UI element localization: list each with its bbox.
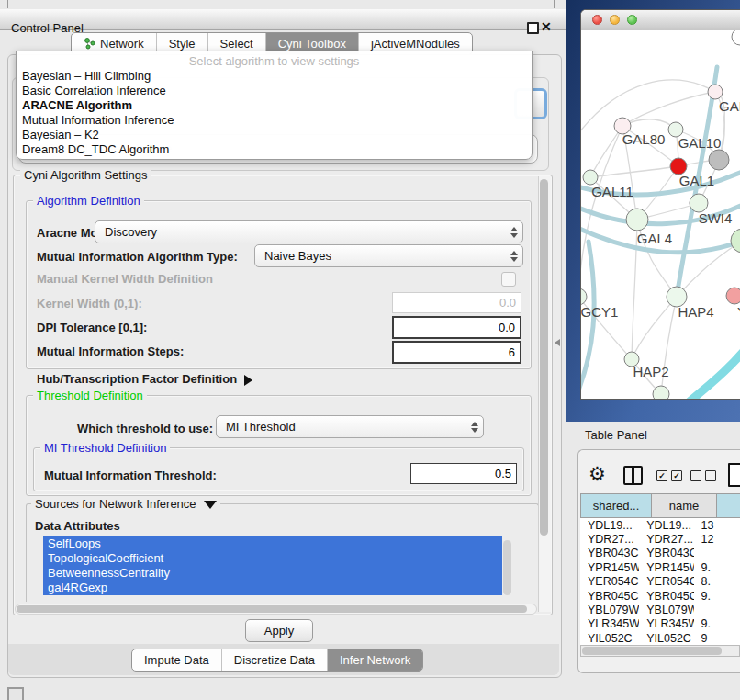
attributes-scrollbar-thumb[interactable] bbox=[503, 540, 511, 595]
table-cell: 9. bbox=[694, 590, 740, 603]
table-cell: YBR045C bbox=[639, 590, 693, 603]
table-cell: 8. bbox=[694, 575, 740, 588]
export-table-icon[interactable] bbox=[728, 463, 740, 487]
table-row[interactable]: YLR345WYLR345W9. bbox=[580, 617, 740, 631]
minimize-traffic-light-icon[interactable] bbox=[610, 15, 620, 25]
column-header-2[interactable] bbox=[716, 493, 740, 518]
column-header-name[interactable]: name bbox=[651, 493, 716, 518]
network-node[interactable] bbox=[731, 229, 740, 253]
table-row[interactable]: YER054CYER054C8. bbox=[580, 575, 740, 589]
table-cell: YDR27... bbox=[580, 533, 639, 546]
mi-type-combo[interactable]: Naive Bayes bbox=[254, 244, 523, 267]
table-cell: YLR345W bbox=[639, 617, 693, 630]
node-label: GAL1 bbox=[679, 173, 714, 188]
table-cell: YBL079W bbox=[580, 604, 639, 616]
algorithm-option-bayesian-k2[interactable]: Bayesian – K2 bbox=[17, 128, 532, 142]
network-node-gcy1[interactable] bbox=[581, 288, 587, 305]
network-node[interactable] bbox=[732, 30, 740, 45]
network-icon bbox=[84, 38, 95, 50]
columns-icon[interactable] bbox=[623, 466, 643, 485]
close-traffic-light-icon[interactable] bbox=[592, 15, 602, 25]
table-row[interactable]: YBR045CYBR045C9. bbox=[580, 589, 740, 603]
manual-kernel-checkbox[interactable] bbox=[501, 272, 516, 287]
table-cell: YBL079W bbox=[639, 604, 693, 616]
expand-arrow-icon[interactable] bbox=[244, 375, 252, 386]
attribute-item-gal4rgexp[interactable]: gal4RGexp bbox=[43, 581, 502, 595]
tab-label: Infer Network bbox=[340, 653, 410, 667]
data-attributes-label: Data Attributes bbox=[35, 519, 120, 533]
table-cell: 9. bbox=[694, 561, 740, 574]
tab-infer-network[interactable]: Infer Network bbox=[328, 649, 422, 671]
table-cell: 13 bbox=[694, 519, 740, 532]
table-row[interactable]: YIL052CYIL052C9 bbox=[580, 631, 740, 645]
mi-type-label: Mutual Information Algorithm Type: bbox=[37, 250, 238, 264]
algorithm-option-aracne-algorithm[interactable]: ARACNE Algorithm bbox=[17, 98, 532, 113]
table-hscrollbar-thumb[interactable] bbox=[582, 647, 722, 655]
algorithm-definition-title: Algorithm Definition bbox=[33, 194, 144, 208]
hub-definition-toggle[interactable]: Hub/Transcription Factor Definition bbox=[37, 372, 252, 386]
tab-impute-data[interactable]: Impute Data bbox=[132, 649, 222, 671]
sources-title[interactable]: Sources for Network Inference bbox=[31, 497, 220, 511]
network-node-y[interactable] bbox=[726, 288, 740, 304]
which-threshold-combo[interactable]: MI Threshold bbox=[216, 415, 484, 438]
select-all-columns-icon[interactable]: ✓✓ bbox=[656, 470, 682, 481]
threshold-definition-title: Threshold Definition bbox=[33, 389, 147, 402]
network-window-titlebar[interactable] bbox=[581, 10, 740, 31]
aracne-mode-value: Discovery bbox=[95, 225, 506, 239]
popup-placeholder: Select algorithm to view settings bbox=[17, 51, 532, 69]
network-node-gal4[interactable] bbox=[626, 209, 648, 231]
collapse-arrow-icon[interactable] bbox=[204, 501, 217, 509]
network-node-gal11[interactable] bbox=[583, 170, 598, 185]
splitter-collapse-icon[interactable] bbox=[555, 339, 560, 346]
node-label: HAP4 bbox=[678, 304, 713, 320]
network-node-gal[interactable] bbox=[708, 85, 723, 99]
which-threshold-value: MI Threshold bbox=[217, 420, 466, 434]
network-view-window: GALGAL80GAL10GAL1GAL11GAL4SWI4GCY1HAP4YH… bbox=[580, 9, 740, 400]
settings-vscrollbar-thumb[interactable] bbox=[540, 179, 548, 536]
node-label: SWI4 bbox=[699, 210, 733, 226]
table-row[interactable]: YPR145WYPR145W9. bbox=[580, 560, 740, 574]
mi-threshold-field[interactable]: 0.5 bbox=[410, 463, 517, 484]
deselect-all-columns-icon[interactable] bbox=[690, 470, 716, 481]
tab-discretize-data[interactable]: Discretize Data bbox=[222, 649, 328, 671]
table-row[interactable]: YDR27...YDR27...12 bbox=[580, 532, 740, 546]
network-edge bbox=[581, 242, 594, 398]
close-icon[interactable]: ✕ bbox=[541, 19, 552, 34]
table-row[interactable]: YDL19...YDL19...13 bbox=[580, 518, 740, 532]
algorithm-option-bayesian-hill-climbing[interactable]: Bayesian – Hill Climbing bbox=[17, 69, 532, 84]
attribute-item-topologicalcoefficient[interactable]: TopologicalCoefficient bbox=[43, 551, 502, 566]
network-node[interactable] bbox=[709, 150, 729, 170]
gear-icon[interactable]: ⚙ bbox=[589, 463, 606, 485]
mi-steps-field[interactable]: 6 bbox=[392, 341, 521, 364]
algorithm-option-dream8-dc-tdc-algorithm[interactable]: Dream8 DC_TDC Algorithm bbox=[17, 142, 532, 157]
kernel-width-field[interactable]: 0.0 bbox=[392, 292, 521, 313]
table-rows: YDL19...YDL19...13YDR27...YDR27...12YBR0… bbox=[580, 518, 740, 645]
zoom-traffic-light-icon[interactable] bbox=[627, 15, 637, 25]
table-row[interactable]: YBR043CYBR043C bbox=[580, 547, 740, 560]
algorithm-option-mutual-information-inference[interactable]: Mutual Information Inference bbox=[17, 113, 532, 128]
table-cell: YER054C bbox=[639, 575, 693, 588]
column-header-shared[interactable]: shared... bbox=[580, 493, 651, 518]
which-threshold-label: Which threshold to use: bbox=[77, 422, 213, 435]
settings-hscrollbar-thumb[interactable] bbox=[17, 605, 527, 613]
algorithm-option-basic-correlation-inference[interactable]: Basic Correlation Inference bbox=[17, 84, 532, 98]
table-cell: YDL19... bbox=[580, 519, 639, 532]
network-node-swi4[interactable] bbox=[690, 194, 708, 212]
table-cell: YBR043C bbox=[639, 547, 693, 559]
attribute-item-selfloops[interactable]: SelfLoops bbox=[43, 536, 502, 551]
float-panel-icon[interactable] bbox=[527, 22, 539, 34]
minimized-panel-icon[interactable] bbox=[7, 687, 24, 700]
network-node[interactable] bbox=[653, 386, 669, 399]
apply-button[interactable]: Apply bbox=[245, 619, 313, 642]
table-cell: YBR043C bbox=[580, 547, 639, 559]
table-cell: YDR27... bbox=[639, 533, 693, 546]
aracne-mode-combo[interactable]: Discovery bbox=[95, 220, 523, 243]
table-row[interactable]: YBL079WYBL079W bbox=[580, 603, 740, 616]
hub-definition-label: Hub/Transcription Factor Definition bbox=[37, 372, 237, 386]
dpi-tolerance-field[interactable]: 0.0 bbox=[392, 316, 521, 339]
tab-label: Network bbox=[100, 37, 144, 51]
network-canvas[interactable]: GALGAL80GAL10GAL1GAL11GAL4SWI4GCY1HAP4YH… bbox=[581, 30, 740, 399]
attribute-item-betweennesscentrality[interactable]: BetweennessCentrality bbox=[43, 566, 502, 581]
tab-label: Impute Data bbox=[144, 653, 209, 667]
cyni-settings-title: Cyni Algorithm Settings bbox=[20, 168, 151, 182]
